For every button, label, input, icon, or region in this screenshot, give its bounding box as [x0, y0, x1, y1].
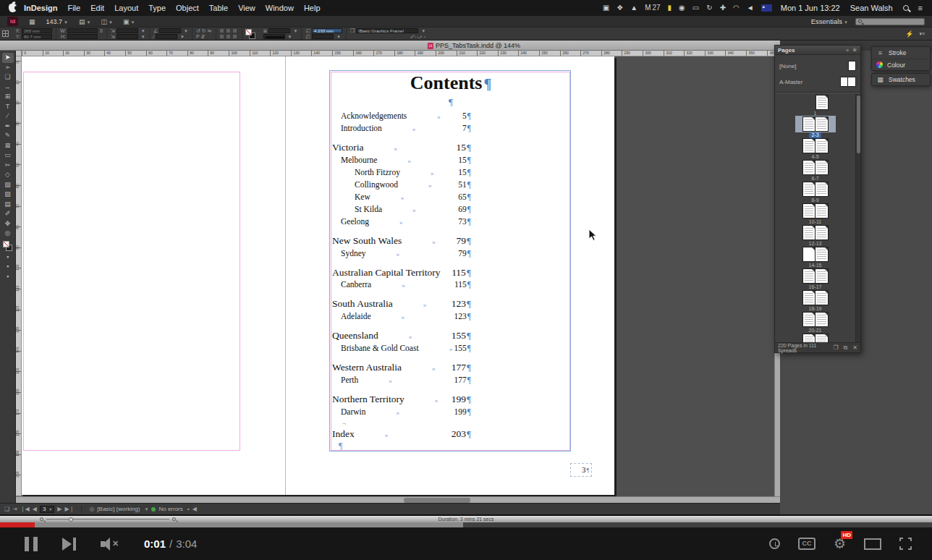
panel-collapse-icon[interactable]: «	[846, 48, 850, 53]
notification-center-icon[interactable]: ≡	[918, 4, 922, 12]
clear-overrides-icon[interactable]: ⤺	[410, 34, 415, 40]
pages-panel-spread-10-11[interactable]: 10-11	[795, 203, 836, 224]
volume-icon[interactable]: ◄	[747, 0, 754, 16]
pages-panel-scrollbar[interactable]	[855, 94, 860, 342]
delete-spread-icon[interactable]: ✕	[852, 344, 857, 352]
selection-tool-icon[interactable]: ➤	[2, 53, 14, 63]
content-collector-tool-icon[interactable]: ⊞	[2, 92, 14, 102]
horizontal-scrollbar[interactable]	[16, 496, 780, 503]
stroke-type-field[interactable]	[263, 34, 285, 39]
dropbox-icon[interactable]: ▲	[630, 0, 637, 16]
zoom-level-dropdown[interactable]: 143.7▼	[46, 18, 68, 25]
rotate-ccw-icon[interactable]: ↺	[196, 28, 200, 34]
stroke-weight-field[interactable]	[268, 28, 290, 33]
theater-mode-button[interactable]	[864, 538, 881, 550]
pages-panel-spread[interactable]	[795, 333, 836, 342]
apply-none-icon[interactable]: ▪	[2, 262, 14, 272]
pages-panel-spread-4-5[interactable]: 4-5	[795, 137, 836, 159]
panel-button-colour[interactable]: Colour	[872, 59, 930, 70]
width-field[interactable]	[67, 28, 98, 33]
spotlight-icon[interactable]	[903, 5, 909, 11]
x-position-field[interactable]: 265 mm	[22, 28, 52, 33]
gap-tool-icon[interactable]: ↔	[2, 82, 14, 93]
zoom-slider-knob[interactable]	[69, 517, 73, 522]
panel-menu-icon[interactable]: ▾≡	[919, 31, 925, 37]
pages-panel-spread-20-21[interactable]: 20-21	[795, 311, 836, 333]
bridge-icon[interactable]: ▦	[29, 18, 35, 25]
page-tool-icon[interactable]: ❏	[2, 72, 14, 82]
line-tool-icon[interactable]: ∕	[2, 111, 14, 122]
menu-type[interactable]: Type	[148, 4, 166, 12]
scissors-tool-icon[interactable]: ✂	[2, 161, 14, 171]
sync-icon[interactable]: ↻	[706, 0, 712, 16]
timemachine-icon[interactable]: ◉	[679, 0, 685, 16]
scale-y-field[interactable]	[116, 34, 138, 39]
zoom-in-icon[interactable]	[172, 517, 176, 521]
edit-page-size-icon[interactable]: ❐	[833, 344, 838, 352]
corner-shape-field[interactable]	[312, 34, 334, 39]
menu-clock[interactable]: Mon 1 Jun 13:22	[781, 4, 840, 12]
pages-panel-spread-18-19[interactable]: 18-19	[795, 289, 836, 311]
new-spread-icon[interactable]: ⧉	[844, 344, 848, 352]
panel-menu-icon[interactable]: ≣	[852, 47, 857, 53]
align-icon[interactable]	[220, 29, 224, 33]
timeline-zoom-slider[interactable]	[40, 517, 176, 521]
align-icon[interactable]	[233, 29, 237, 33]
shield-icon[interactable]: ❖	[617, 0, 623, 16]
document-canvas[interactable]: Contents¶ ¶ Acknowledgements»5¶Introduct…	[22, 56, 774, 496]
first-page-button[interactable]: ❘◀	[20, 506, 30, 512]
page-number-frame[interactable]: 3¶	[570, 463, 592, 477]
workspace-switcher[interactable]: Essentials▼	[811, 17, 848, 25]
next-page-button[interactable]: ▶	[57, 506, 62, 512]
pages-panel-spread-2-3[interactable]: 2-3	[795, 116, 836, 137]
battery-icon[interactable]: ▮	[668, 0, 672, 16]
display-mirroring-icon[interactable]: ▣	[603, 0, 609, 16]
menu-edit[interactable]: Edit	[90, 4, 104, 12]
live-preflight-icon[interactable]: ⇥	[12, 506, 17, 512]
hand-tool-icon[interactable]: ✥	[2, 219, 14, 229]
menu-file[interactable]: File	[67, 4, 80, 12]
pages-panel-scrollbar-thumb[interactable]	[857, 96, 860, 153]
distribute-icon[interactable]	[226, 35, 230, 38]
preview-mode-icon[interactable]: ❏	[4, 506, 9, 512]
style-new-icon[interactable]: ▫	[424, 34, 425, 39]
pages-panel-spread-12-13[interactable]: 12-13	[795, 224, 836, 246]
tools-fill-stroke-swatch[interactable]	[2, 241, 14, 253]
wifi-icon[interactable]: ◠	[733, 0, 740, 16]
pages-panel-spread-14-15[interactable]: 14-15	[795, 246, 836, 268]
menu-object[interactable]: Object	[176, 4, 199, 12]
app-badge-icon[interactable]: M27	[645, 0, 660, 16]
flip-horizontal-icon[interactable]: ⇋	[208, 28, 212, 34]
input-source-icon[interactable]: ✚	[720, 0, 726, 16]
screen-mode-button[interactable]: ◫▼	[101, 18, 112, 25]
ruler-origin[interactable]	[16, 51, 22, 56]
fill-swatch-none[interactable]	[245, 29, 252, 35]
next-button[interactable]	[62, 538, 76, 551]
pause-button[interactable]	[25, 537, 38, 551]
tools-fill-swatch-none[interactable]	[3, 241, 9, 247]
page-spread[interactable]: Contents¶ ¶ Acknowledgements»5¶Introduct…	[22, 56, 614, 495]
menu-layout[interactable]: Layout	[114, 4, 138, 12]
note-tool-icon[interactable]: ▤	[2, 200, 14, 210]
menu-view[interactable]: View	[238, 4, 255, 12]
flip-vertical-icon[interactable]: ⇵	[201, 34, 206, 40]
height-field[interactable]	[67, 34, 98, 39]
pages-panel-spread-16-17[interactable]: 16-17	[795, 268, 836, 289]
pages-panel-header[interactable]: Pages « ≣	[775, 46, 860, 55]
direct-selection-tool-icon[interactable]: ➣	[2, 63, 14, 73]
preflight-profile-label[interactable]: [Basic] (working)	[97, 506, 140, 512]
video-progress-bar[interactable]	[0, 522, 932, 527]
free-transform-tool-icon[interactable]: ◇	[2, 170, 14, 180]
menu-table[interactable]: Table	[209, 4, 228, 12]
rectangle-frame-tool-icon[interactable]: ⊠	[2, 141, 14, 151]
distribute-icon[interactable]	[220, 35, 224, 38]
view-options-button[interactable]: ▤▼	[79, 18, 90, 25]
object-style-dropdown[interactable]: [Basic Graphics Frame]	[356, 28, 418, 33]
quick-apply-icon[interactable]: ⚡	[905, 30, 913, 38]
flag-icon[interactable]	[761, 4, 772, 12]
align-icon[interactable]	[226, 29, 230, 33]
reference-point-selector[interactable]	[2, 30, 9, 37]
user-menu[interactable]: Sean Walsh	[850, 4, 893, 12]
fill-stroke-proxy[interactable]	[245, 29, 257, 39]
pages-panel-spread-6-7[interactable]: 6-7	[795, 159, 836, 181]
